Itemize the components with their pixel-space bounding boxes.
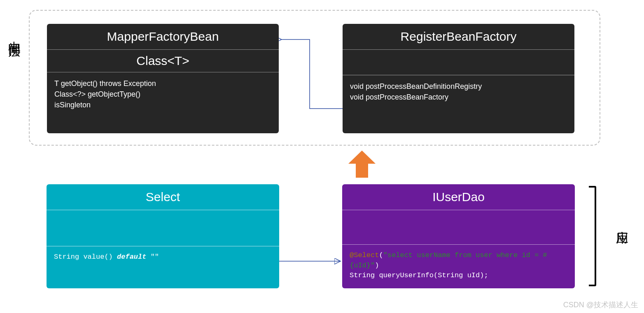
mapper-factory-bean-body: T getObject() throws Exception Class<?> … xyxy=(47,72,279,133)
iuserdao-box: IUserDao @Select("select userName from u… xyxy=(342,184,575,288)
register-bean-factory-body: void postProcessBeanDefinitionRegistry v… xyxy=(343,75,574,133)
method-line: Class<?> getObjectType() xyxy=(54,89,271,100)
arrow-select-to-iuserdao xyxy=(279,257,342,265)
middleware-layer-label: 中间件层 xyxy=(6,31,23,38)
orange-up-arrow-icon xyxy=(346,149,378,181)
register-bean-factory-box: RegisterBeanFactory void postProcessBean… xyxy=(343,24,574,133)
application-layer-label: 应用 xyxy=(614,221,630,225)
arrow-register-to-mapper xyxy=(279,35,343,117)
code-keyword: default xyxy=(117,253,146,261)
code-text: ) xyxy=(375,262,379,269)
iuserdao-empty xyxy=(342,210,575,245)
register-bean-factory-empty xyxy=(343,50,574,75)
method-line: void postProcessBeanDefinitionRegistry xyxy=(350,81,567,92)
select-body: String value() default "" xyxy=(47,246,279,288)
watermark: CSDN @技术描述人生 xyxy=(563,300,638,310)
method-line: void postProcessBeanFactory xyxy=(350,92,567,102)
iuserdao-title: IUserDao xyxy=(342,184,575,210)
method-line: isSingleton xyxy=(54,100,271,110)
method-line: T getObject() throws Exception xyxy=(54,78,271,89)
select-box: Select String value() default "" xyxy=(47,184,279,288)
application-layer-bracket xyxy=(589,186,596,286)
mapper-factory-bean-box: MapperFactoryBean Class<T> T getObject()… xyxy=(47,24,279,133)
code-text: String value() xyxy=(54,253,117,261)
code-line: String queryUserInfo(String uId); xyxy=(350,271,567,281)
register-bean-factory-title: RegisterBeanFactory xyxy=(343,24,574,50)
select-empty xyxy=(47,210,279,246)
code-text: "" xyxy=(146,253,159,261)
iuserdao-body: @Select("select userName from user where… xyxy=(342,245,575,288)
select-title: Select xyxy=(47,184,279,210)
code-text: ( xyxy=(379,251,383,259)
code-annotation: @Select xyxy=(350,251,379,259)
mapper-factory-bean-subtitle: Class<T> xyxy=(47,50,279,72)
mapper-factory-bean-title: MapperFactoryBean xyxy=(47,24,279,50)
code-line: @Select("select userName from user where… xyxy=(350,250,567,271)
